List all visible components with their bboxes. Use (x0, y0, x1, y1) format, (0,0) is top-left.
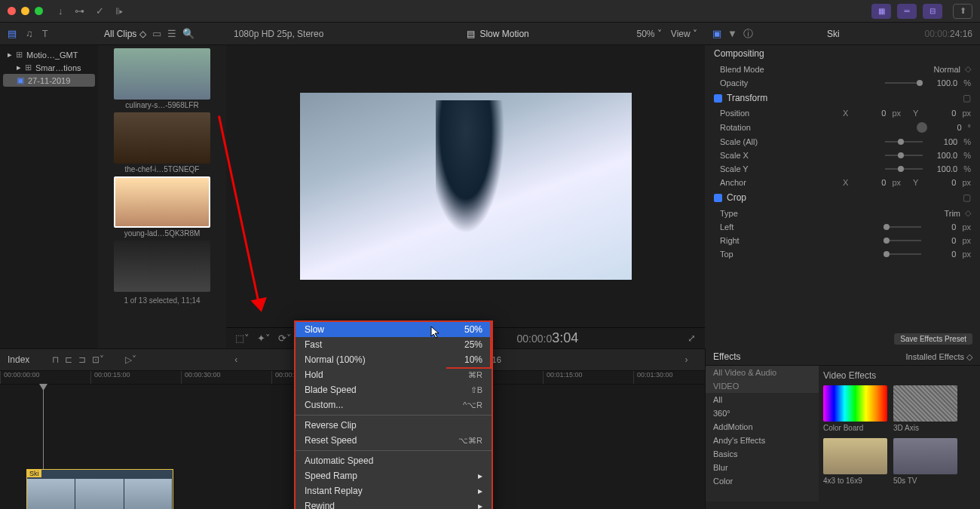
crop-top-slider[interactable] (884, 253, 921, 255)
clip-thumb-selected[interactable]: young-lad…5QK3R8M (101, 176, 223, 238)
effect-category[interactable]: Basics (706, 447, 819, 461)
scale-all-row[interactable]: Scale (All)100% (705, 135, 980, 149)
transform-expand-icon[interactable]: ▢ (963, 93, 971, 103)
scale-x-row[interactable]: Scale X100.0% (705, 149, 980, 162)
color-insp-icon[interactable]: ▼ (727, 28, 737, 39)
enhance-icon[interactable]: ✦˅ (257, 333, 271, 344)
menu-instant-replay[interactable]: Instant Replay▸ (296, 483, 492, 498)
titles-icon[interactable]: T (42, 28, 48, 39)
transform-checkbox[interactable] (714, 94, 722, 103)
render-icon[interactable]: ⦀▸ (115, 5, 123, 17)
crop-right-slider[interactable] (884, 240, 921, 241)
viewer-canvas[interactable] (226, 45, 705, 327)
retime-icon[interactable]: ⟳˅ (278, 333, 292, 344)
filmstrip-icon[interactable]: ☰ (167, 28, 176, 39)
menu-blade-speed[interactable]: Blade Speed⇧B (296, 382, 492, 397)
rotation-row[interactable]: Rotation0° (705, 120, 980, 135)
effects-categories: All Video & Audio VIDEO All 360° AddMoti… (706, 366, 819, 501)
library-item-selected[interactable]: ▣27-11-2019 (3, 74, 95, 87)
opacity-slider[interactable] (885, 82, 923, 84)
search-icon[interactable]: 🔍 (182, 28, 194, 39)
library-toggle[interactable]: ▦ (871, 4, 891, 19)
view-menu[interactable]: View ˅ (671, 29, 697, 39)
menu-speed-ramp[interactable]: Speed Ramp▸ (296, 468, 492, 483)
menu-custom[interactable]: Custom...^⌥R (296, 397, 492, 412)
photos-icon[interactable]: ♫ (26, 28, 33, 39)
effect-item[interactable]: 3D Axis (893, 385, 957, 432)
clip-thumb[interactable] (101, 241, 223, 292)
effect-item[interactable]: 50s TV (893, 438, 957, 485)
clip-thumb[interactable]: the-chef-i…5TGNEQF (101, 112, 223, 173)
clip-thumb[interactable]: culinary-s…-5968LFR (101, 48, 223, 109)
minimize-window[interactable] (21, 7, 29, 15)
crop-left-slider[interactable] (884, 226, 921, 228)
menu-auto-speed[interactable]: Automatic Speed (296, 453, 492, 468)
crop-expand-icon[interactable]: ▢ (963, 192, 971, 203)
effect-item[interactable]: 4x3 to 16x9 (823, 438, 887, 485)
scale-slider[interactable] (885, 141, 923, 143)
video-insp-icon[interactable]: ▣ (712, 28, 721, 39)
crop-type-row[interactable]: TypeTrim◇ (705, 206, 980, 220)
crop-left-row[interactable]: Left0px (705, 220, 980, 234)
scaley-slider[interactable] (885, 168, 923, 170)
timeline-index[interactable]: Index (8, 354, 29, 365)
effect-category[interactable]: All Video & Audio (706, 366, 819, 379)
library-item[interactable]: ▸⊞Motio…_GMT (3, 48, 95, 61)
effect-category[interactable]: 360° (706, 406, 819, 420)
transform-header[interactable]: Transform▢ (705, 90, 980, 106)
fullscreen-icon[interactable]: ⤢ (688, 333, 696, 344)
zoom-select[interactable]: 50% ˅ (636, 29, 661, 39)
blend-mode-row[interactable]: Blend ModeNormal◇ (705, 62, 980, 76)
menu-hold[interactable]: Hold⌘R (296, 367, 492, 382)
scale-y-row[interactable]: Scale Y100.0% (705, 162, 980, 176)
installed-effects-filter[interactable]: Installed Effects ◇ (905, 352, 972, 362)
import-icon[interactable]: ↓ (58, 5, 63, 17)
timeline-toggle[interactable]: ═ (897, 4, 917, 19)
bg-tasks-icon[interactable]: ✓ (96, 5, 104, 17)
list-view-icon[interactable]: ▭ (152, 28, 161, 39)
menu-reverse[interactable]: Reverse Clip (296, 418, 492, 433)
inspector-toggle[interactable]: ⊟ (923, 4, 942, 19)
prev-edit-icon[interactable]: ‹ (234, 354, 237, 365)
effect-item[interactable]: Color Board (823, 385, 887, 432)
anchor-row[interactable]: AnchorX0pxY0px (705, 176, 980, 189)
submenu-25[interactable]: 25% (446, 337, 490, 352)
effect-category[interactable]: Blur (706, 461, 819, 474)
library-item[interactable]: ▸⊞Smar…tions (3, 61, 95, 74)
effect-category[interactable]: AddMotion (706, 420, 819, 434)
zoom-window[interactable] (35, 7, 43, 15)
crop-tool-icon[interactable]: ⬚˅ (235, 333, 250, 344)
select-tool-icon[interactable]: ▷˅ (125, 354, 136, 365)
info-insp-icon[interactable]: ⓘ (743, 27, 753, 41)
submenu-50[interactable]: 50% (446, 322, 490, 337)
submenu-10[interactable]: 10% (446, 352, 490, 367)
effect-category[interactable]: Color (706, 474, 819, 488)
opacity-row[interactable]: Opacity100.0% (705, 76, 980, 90)
close-window[interactable] (8, 7, 16, 15)
crop-right-row[interactable]: Right0px (705, 234, 980, 247)
crop-header[interactable]: Crop▢ (705, 189, 980, 206)
effect-category[interactable]: All (706, 393, 819, 406)
timeline-clip[interactable]: Ski (26, 469, 173, 509)
menu-reset-speed[interactable]: Reset Speed⌥⌘R (296, 433, 492, 448)
append-icon[interactable]: ⊐ (78, 354, 86, 365)
keyword-icon[interactable]: ⊶ (75, 5, 84, 17)
overwrite-icon[interactable]: ⊡˅ (92, 354, 104, 365)
position-row[interactable]: PositionX0pxY0px (705, 106, 980, 120)
rotation-dial[interactable] (917, 122, 927, 133)
connect-icon[interactable]: ⊓ (52, 354, 59, 365)
clip-filter[interactable]: All Clips ◇ (104, 29, 146, 39)
save-preset-button[interactable]: Save Effects Preset (894, 333, 972, 345)
crop-checkbox[interactable] (714, 194, 722, 202)
compositing-header[interactable]: Compositing (705, 45, 980, 62)
next-edit-icon[interactable]: › (684, 354, 688, 365)
insert-icon[interactable]: ⊏ (65, 354, 72, 365)
slow-submenu: 50% 25% 10% (446, 320, 492, 369)
media-icon[interactable]: ▤ (8, 28, 17, 39)
scalex-slider[interactable] (885, 155, 923, 156)
effect-category[interactable]: Andy's Effects (706, 434, 819, 447)
crop-top-row[interactable]: Top0px (705, 247, 980, 261)
viewer: ⬚˅ ✦˅ ⟳˅ ▶ 00:00:03:04 ⤢ (226, 45, 705, 348)
share-button[interactable]: ⬆ (953, 4, 972, 19)
menu-rewind[interactable]: Rewind▸ (296, 498, 492, 509)
